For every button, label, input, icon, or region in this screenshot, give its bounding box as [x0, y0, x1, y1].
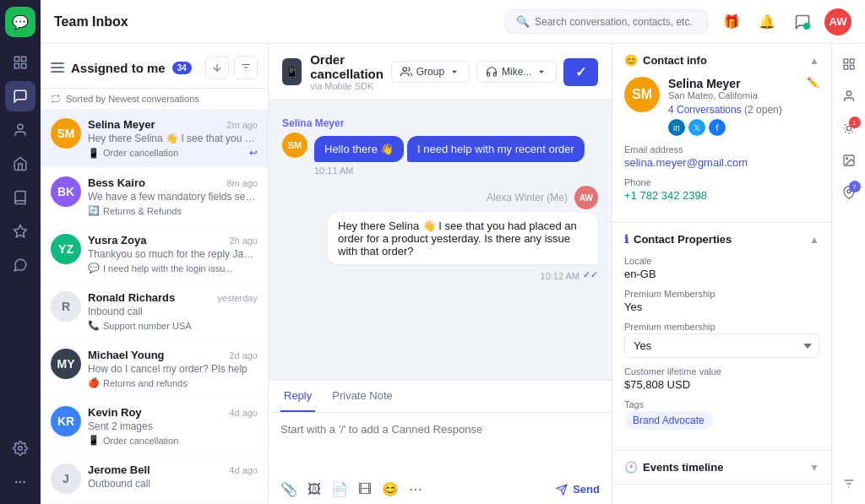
events-header[interactable]: 🕐 Events timeline ▼	[612, 451, 831, 484]
conv-item-5[interactable]: KR Kevin Roy 4d ago Sent 2 images 📱 Orde…	[41, 398, 268, 455]
email-label: Email address	[624, 144, 819, 154]
attach-icon[interactable]: 📎	[280, 481, 297, 497]
conv-item-0[interactable]: SM Selina Meyer 2m ago Hey there Selina …	[41, 110, 268, 168]
msg-bubble-0: Hello there 👋	[314, 136, 404, 162]
status-icon[interactable]	[789, 8, 816, 35]
agent-label: Mike...	[502, 66, 531, 78]
notification-badge: 1	[849, 117, 861, 128]
avatar: MY	[51, 349, 81, 379]
sidebar-item-home[interactable]	[5, 149, 35, 179]
linkedin-icon[interactable]: in	[668, 119, 685, 136]
events-section: 🕐 Events timeline ▼	[612, 451, 831, 485]
emoji-icon[interactable]: 😊	[382, 481, 399, 497]
main-header: Team Inbox 🔍 🎁 🔔 AW	[41, 0, 865, 44]
rs-icon-grid[interactable]	[835, 51, 862, 78]
chat-header-left: 📱 Order cancellation via Mobile SDK	[282, 52, 391, 91]
clock-icon: 🕐	[624, 461, 638, 474]
conv-item-2[interactable]: YZ Yusra Zoya 2h ago Thankyou so much fo…	[41, 225, 268, 283]
conv-preview: Thankyou so much for the reply Jake. Ca.…	[88, 248, 258, 260]
private-note-tab[interactable]: Private Note	[329, 381, 396, 412]
conv-top: Jerome Bell 4d ago	[88, 463, 258, 476]
sidebar-item-conversations[interactable]	[5, 250, 35, 280]
conv-item-1[interactable]: BK Bess Kairo 8m ago We have a few manda…	[41, 168, 268, 225]
msg-time: 10:12 AM	[541, 271, 579, 281]
app: 💬 Team Inbox	[0, 0, 865, 504]
conv-name: Kevin Roy	[88, 406, 142, 419]
sort-icon-btn[interactable]	[205, 56, 229, 79]
incoming-msg-row: SM Hello there 👋 I need help with my rec…	[282, 133, 585, 176]
image-icon[interactable]: 🖼	[307, 482, 321, 497]
svg-marker-5	[14, 225, 27, 237]
reply-tab[interactable]: Reply	[280, 381, 315, 412]
gift-icon[interactable]: 🎁	[718, 8, 745, 35]
conv-top: Michael Young 2d ago	[88, 349, 258, 361]
conv-content: Bess Kairo 8m ago We have a few mandator…	[88, 176, 258, 216]
chat-header: 📱 Order cancellation via Mobile SDK Grou…	[269, 44, 612, 100]
conv-item-4[interactable]: MY Michael Young 2d ago How do I cancel …	[41, 340, 268, 398]
user-avatar[interactable]: AW	[824, 8, 851, 35]
svg-rect-20	[844, 65, 848, 69]
resolve-btn[interactable]: ✓	[563, 58, 598, 86]
outgoing-avatar: AW	[574, 186, 598, 209]
social-icons: in 𝕏 f	[668, 119, 782, 136]
premium-dropdown-row: Premium membership Yes No	[624, 322, 819, 358]
edit-icon[interactable]: ✏️	[807, 77, 819, 89]
bell-icon[interactable]: 🔔	[753, 8, 781, 35]
phone-row: Phone +1 782 342 2398	[624, 177, 819, 202]
article-icon[interactable]: 📄	[331, 481, 348, 497]
properties-header[interactable]: ℹ Contact Properties ▲	[612, 223, 831, 256]
rs-icon-filter[interactable]	[835, 470, 862, 497]
unread-badge: 34	[172, 62, 192, 74]
search-input[interactable]	[535, 16, 697, 28]
sidebar-item-knowledge[interactable]	[5, 182, 35, 213]
rs-icon-map[interactable]: 7	[835, 179, 862, 206]
conv-content: Selina Meyer 2m ago Hey there Selina 👋 I…	[88, 118, 258, 159]
contact-conversations[interactable]: 4 Conversations (2 open)	[668, 104, 782, 116]
group-btn[interactable]: Group	[391, 61, 470, 83]
conv-top: Yusra Zoya 2h ago	[88, 234, 258, 247]
agent-btn[interactable]: Mike...	[476, 61, 557, 83]
svg-rect-19	[850, 59, 854, 63]
rs-icon-notification[interactable]: 1	[835, 115, 862, 142]
search-container[interactable]: 🔍	[505, 9, 708, 34]
media-icon[interactable]: 🎞	[358, 482, 372, 497]
rs-icon-image[interactable]	[835, 147, 862, 174]
contact-info-header[interactable]: 😊 Contact info ▲	[612, 44, 831, 77]
chevron-up-icon: ▲	[809, 55, 819, 67]
incoming-message-group: Selina Meyer SM Hello there 👋 I need hel…	[282, 117, 598, 176]
send-button[interactable]: Send	[556, 483, 600, 496]
read-indicator: ✓✓	[583, 269, 598, 280]
reply-input[interactable]	[269, 413, 612, 472]
sidebar-item-inbox[interactable]	[5, 81, 35, 111]
twitter-icon[interactable]: 𝕏	[688, 119, 705, 136]
chat-title-area: Order cancellation via Mobile SDK	[310, 52, 391, 91]
tag-badge[interactable]: Brand Advocate	[624, 411, 713, 430]
more-icon[interactable]: ⋯	[409, 481, 422, 497]
hamburger-menu[interactable]	[51, 62, 64, 73]
email-value[interactable]: selina.meyer@gmail.com	[624, 156, 819, 169]
tags-label: Tags	[624, 399, 819, 409]
conv-time: 4d ago	[229, 408, 258, 418]
outgoing-bubble: Hey there Selina 👋 I see that you had pl…	[328, 213, 598, 264]
facebook-icon[interactable]: f	[709, 119, 726, 136]
rs-icon-user[interactable]	[835, 83, 862, 110]
filter-icon-btn[interactable]	[234, 56, 258, 79]
svg-rect-0	[14, 57, 19, 61]
conv-item-6[interactable]: J Jerome Bell 4d ago Outbound call	[41, 455, 268, 503]
outgoing-message-group: Alexa Winter (Me) AW Hey there Selina 👋 …	[282, 186, 598, 281]
svg-rect-1	[22, 57, 26, 61]
locale-value: en-GB	[624, 268, 819, 280]
sidebar-item-campaigns[interactable]	[5, 216, 35, 247]
sidebar-item-dots[interactable]	[5, 467, 35, 497]
sidebar-item-contacts[interactable]	[5, 115, 35, 145]
phone-value[interactable]: +1 782 342 2398	[624, 189, 819, 202]
contact-info-section: 😊 Contact info ▲ SM Selina Meyer San Mat…	[612, 44, 831, 223]
conv-name: Michael Young	[88, 349, 165, 361]
conv-tag-text: Returns and refunds	[103, 378, 188, 388]
premium-dropdown[interactable]: Yes No	[624, 333, 819, 358]
outgoing-meta: 10:12 AM ✓✓	[541, 268, 598, 281]
logo-icon[interactable]: 💬	[5, 7, 35, 37]
sidebar-item-reports[interactable]	[5, 47, 35, 78]
conv-item-3[interactable]: R Ronald Richards yesterday Inbound call…	[41, 283, 268, 340]
sidebar-item-settings[interactable]	[5, 433, 35, 463]
